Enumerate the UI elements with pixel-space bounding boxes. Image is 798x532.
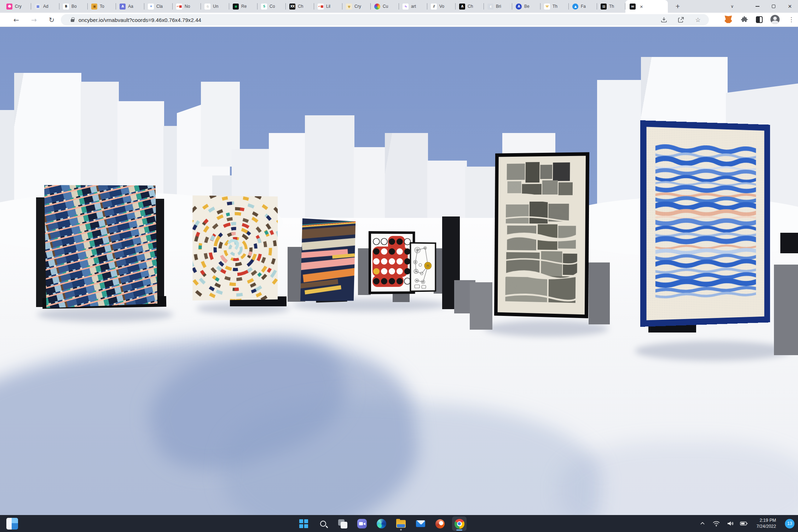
artwork-pattern [655,136,756,307]
artwork-shadow [37,307,173,322]
new-tab-button[interactable]: + [673,1,683,11]
browser-tab[interactable]: ▦ Ad [31,0,59,13]
browser-window: ☻ Cry ▦ Ad B Bo ▣ To A Aa ✳ Cla ⌐■ No ♘ … [0,0,798,532]
battery-icon[interactable] [740,519,748,528]
tab-title: Ch [298,4,303,9]
browser-toolbar: ← → ↻ oncyber.io/vmabvault?coords=9.46x0… [0,13,798,27]
chrome-button[interactable] [452,516,467,531]
back-button[interactable]: ← [11,15,21,25]
hidden-icons-chevron-icon[interactable] [698,519,707,528]
building [305,115,354,232]
taskbar-clock[interactable]: 2:19 PM 7/24/2022 [756,517,776,530]
browser-tab[interactable]: ▤ Th [597,0,625,13]
wifi-icon[interactable] [712,519,721,528]
taskbar-apps [296,516,467,531]
mail-button[interactable] [413,516,428,531]
browser-tab[interactable]: S Co [258,0,286,13]
treasure-chest-icon: ▣ [91,4,97,10]
browser-tab[interactable]: XX Ch [286,0,314,13]
share-icon[interactable] [677,16,685,24]
browser-tab[interactable]: B Bo [59,0,88,13]
restore-icon [772,5,775,8]
browser-tab[interactable]: ✳ Cla [144,0,173,13]
background-tabs: ☻ Cry ▦ Ad B Bo ▣ To A Aa ✳ Cla ⌐■ No ♘ … [3,0,625,13]
browser-tab[interactable]: ψ Cry [342,0,371,13]
search-button[interactable] [316,516,330,531]
minimize-button[interactable] [749,0,765,13]
extensions-puzzle-icon[interactable] [740,16,748,23]
forward-button[interactable]: → [29,15,39,25]
artwork-pattern [411,244,434,291]
gray-pedestal [470,282,492,330]
office-button[interactable] [433,516,447,531]
tab-close-icon[interactable]: × [640,4,643,9]
tab-title: Be [524,4,530,9]
browser-tab[interactable]: A Ch [456,0,484,13]
restore-button[interactable] [765,0,782,13]
browser-tab[interactable]: ∿ art [399,0,427,13]
artwork-pattern [300,225,355,239]
browser-tab[interactable]: Ѱ Th [540,0,569,13]
file-explorer-button[interactable] [394,516,408,531]
rainbow-waveform-icon: ∿ [403,4,409,10]
artwork-mosaic-salmon[interactable] [44,185,157,308]
pixel-creature-icon: ψ [346,4,352,10]
browser-tab[interactable]: ▲ Fa [569,0,597,13]
profile-avatar[interactable] [770,15,780,24]
mail-icon [416,520,425,527]
oncyber-infinity-icon: ∞ [630,4,636,10]
artwork-dot-grid[interactable] [369,231,415,294]
serif-b-icon: B [63,4,69,10]
gold-claws-icon: Ѱ [544,4,550,10]
artwork-machine-drawing[interactable] [410,242,436,292]
browser-tab[interactable]: ▣ To [88,0,116,13]
oncyber-3d-gallery-viewport[interactable] [0,27,798,515]
volume-icon[interactable] [726,519,734,528]
task-view-button[interactable] [335,516,350,531]
artwork-dash-spiral[interactable] [192,195,278,300]
sailboat-icon: ▲ [572,4,578,10]
artwork-bw-glitch[interactable] [494,152,589,318]
double-x-icon: XX [289,4,295,10]
artwork-pattern [192,195,278,300]
browser-tab[interactable]: Cu [371,0,399,13]
browser-tab[interactable]: A Aa [116,0,144,13]
close-window-button[interactable]: × [782,0,798,13]
address-bar[interactable]: oncyber.io/vmabvault?coords=9.46x0.76x4.… [61,14,709,25]
artwork-bars-navy[interactable] [300,218,355,301]
tab-title: No [185,4,190,9]
browser-tab[interactable]: ◉ Re [229,0,258,13]
chat-button[interactable] [355,516,369,531]
artwork-pattern [371,234,413,291]
edge-button[interactable] [374,516,389,531]
browser-tab[interactable]: ⌐■ No [173,0,201,13]
diagonal-stripes-icon: // [431,4,437,10]
clock-date: 7/24/2022 [756,524,776,530]
metamask-fox-icon[interactable] [724,16,733,23]
browser-tab[interactable]: ◖ Bri [484,0,512,13]
reload-button[interactable]: ↻ [47,15,57,25]
system-tray: 2:19 PM 7/24/2022 13 [698,515,794,532]
browser-tab[interactable]: ☻ Cry [3,0,31,13]
browser-tab[interactable]: // Vo [427,0,456,13]
tab-title: Lil [326,4,330,9]
window-controls: ∨ × [725,0,798,13]
browser-tab[interactable]: ⌐■ Lil [314,0,342,13]
browser-tab[interactable]: A Be [512,0,540,13]
lock-icon[interactable] [71,19,74,22]
artwork-blue-waves[interactable] [640,120,770,327]
notification-badge[interactable]: 13 [785,519,794,528]
start-button[interactable] [296,516,311,531]
install-download-icon[interactable] [660,16,668,24]
side-panel-icon[interactable] [756,16,763,23]
menu-kebab-icon[interactable]: ⋮ [787,16,795,23]
active-tab-oncyber[interactable]: ∞ × [625,0,668,13]
tab-search-chevron-icon[interactable]: ∨ [725,0,739,13]
widgets-button[interactable] [6,518,18,530]
bookmark-star-icon[interactable]: ☆ [694,16,702,24]
green-leaf-icon: S [261,4,267,10]
tab-title: Cu [383,4,388,9]
green-pin-icon: ◉ [233,4,239,10]
browser-tab[interactable]: ♘ Un [201,0,229,13]
artwork-pattern [503,162,580,309]
